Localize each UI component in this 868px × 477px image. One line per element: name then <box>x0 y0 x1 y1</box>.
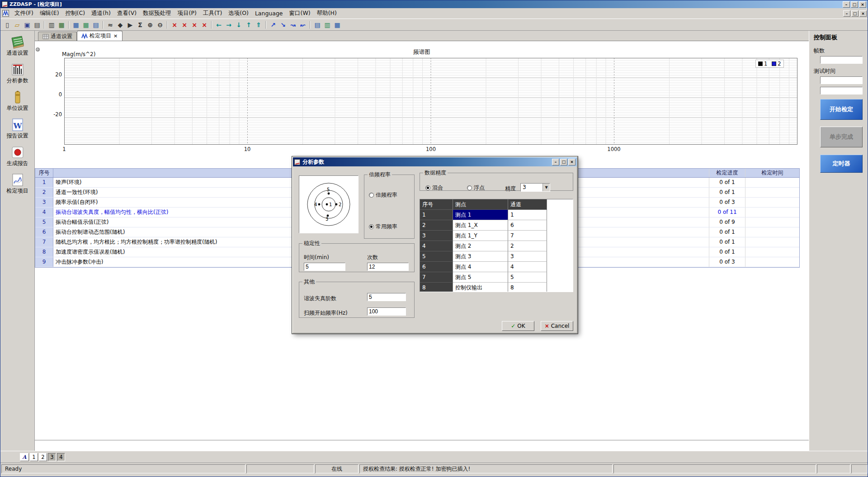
child-close-button[interactable]: × <box>859 10 867 17</box>
tile-vertical-icon[interactable]: ▥ <box>322 20 332 29</box>
nav-up-icon[interactable]: ↑ <box>244 20 254 29</box>
menu-item[interactable]: 编辑(E) <box>37 9 62 18</box>
test-time-input-2[interactable] <box>820 87 863 94</box>
sidebar-item-unit-setup[interactable]: 单位设置 <box>2 90 33 112</box>
nav-top-icon[interactable]: ⇑ <box>254 20 264 29</box>
legend-entry[interactable]: 1 <box>758 61 767 67</box>
page-button[interactable]: 3 <box>48 453 56 461</box>
nav-right-icon[interactable]: → <box>224 20 234 29</box>
time-input[interactable] <box>304 263 345 271</box>
octave-freq-radio[interactable]: 倍频程率 <box>369 191 397 199</box>
child-restore-button[interactable]: □ <box>851 10 859 17</box>
menu-item[interactable]: 工具(T) <box>200 9 225 18</box>
sidebar-item-channel-setup[interactable]: 通道设置 <box>2 35 33 57</box>
page-button[interactable]: 1 <box>30 453 38 461</box>
tab-verification-project[interactable]: 检定项目 × <box>77 31 123 41</box>
menu-item[interactable]: 项目(P) <box>175 9 200 18</box>
legend-swatch-icon <box>772 61 776 66</box>
测点 4[interactable]: 6 测点 4 4 <box>420 262 573 272</box>
测点 1_X[interactable]: 2 测点 1_X 6 <box>420 220 573 231</box>
测点 3[interactable]: 5 测点 3 3 <box>420 251 573 262</box>
clear-random-icon[interactable]: × <box>189 20 199 29</box>
page-button[interactable]: A <box>20 453 29 461</box>
child-minimize-button[interactable]: – <box>843 10 850 17</box>
start-verification-button[interactable]: 开始检定 <box>820 99 863 120</box>
cancel-button[interactable]: × Cancel <box>541 321 573 331</box>
dialog-minimize-button[interactable]: – <box>552 159 559 165</box>
clear-sine-icon[interactable]: × <box>179 20 189 29</box>
menu-item[interactable]: 数据预处理 <box>140 9 175 18</box>
cascade-icon[interactable]: ▦ <box>332 20 342 29</box>
测点 1_Y[interactable]: 3 测点 1_Y 7 <box>420 231 573 241</box>
nav-left-icon[interactable]: ← <box>214 20 224 29</box>
signal-edit-icon[interactable]: ≈ <box>105 20 115 29</box>
dialog-close-button[interactable]: × <box>568 159 576 165</box>
channel-table-icon[interactable]: ▦ <box>71 20 81 29</box>
new-file-icon[interactable]: ▯ <box>2 20 12 29</box>
控制仪输出[interactable]: 8 控制仪输出 8 <box>420 283 573 292</box>
other-group-legend: 其他 <box>302 278 316 286</box>
page-button[interactable]: 4 <box>57 453 65 461</box>
cursor-move-icon[interactable]: ◆ <box>115 20 125 29</box>
chevron-down-icon[interactable]: ▼ <box>542 184 550 191</box>
sidebar-item-verification-project[interactable]: 检定项目 <box>2 173 33 195</box>
tile-horizontal-icon[interactable]: ▤ <box>312 20 322 29</box>
channel-list-icon[interactable]: ▤ <box>91 20 101 29</box>
single-step-button[interactable]: 单步完成 <box>820 127 863 147</box>
print-icon[interactable]: ▤ <box>32 20 42 29</box>
menu-item[interactable]: 通道(h) <box>88 9 114 18</box>
nav-down-icon[interactable]: ↓ <box>234 20 244 29</box>
sidebar-item-generate-report[interactable]: 生成报告 <box>2 146 33 167</box>
clear-signal-icon[interactable]: × <box>170 20 179 29</box>
测点 1[interactable]: 1 测点 1 1 <box>420 210 573 220</box>
legend-entry[interactable]: 2 <box>772 61 781 67</box>
cursor-clear-icon[interactable]: ↜ <box>298 20 308 29</box>
menu-item[interactable]: Language <box>252 9 286 18</box>
tab-channel-setup[interactable]: 通道设置 <box>38 32 77 41</box>
count-input[interactable] <box>367 263 409 271</box>
cursor-trace-icon[interactable]: ↝ <box>288 20 298 29</box>
cursor-peak-icon[interactable]: ↗ <box>268 20 278 29</box>
channel-grid-icon[interactable]: ▦ <box>81 20 91 29</box>
zoom-in-icon[interactable]: ⊕ <box>145 20 155 29</box>
common-freq-radio[interactable]: 常用频率 <box>369 223 397 231</box>
sidebar-item-report-setup[interactable]: W 报告设置 <box>2 118 33 140</box>
count-label: 次数 <box>367 254 378 261</box>
float-radio[interactable]: 浮点 <box>467 184 485 192</box>
frames-input[interactable] <box>820 56 863 64</box>
mixed-radio[interactable]: 混合 <box>425 184 443 192</box>
header-index: 序号 <box>35 169 53 177</box>
timer-button[interactable]: 定时器 <box>820 155 863 173</box>
menu-item[interactable]: 选项(O) <box>225 9 252 18</box>
test-time-input-1[interactable] <box>820 76 863 84</box>
sweep-start-input[interactable] <box>367 307 406 316</box>
minimize-button[interactable]: – <box>843 1 850 8</box>
close-button[interactable]: × <box>859 1 866 8</box>
report-icon[interactable]: ▦ <box>57 20 66 29</box>
play-forward-icon[interactable]: ▶ <box>125 20 135 29</box>
page-button[interactable]: 2 <box>39 453 47 461</box>
menu-item[interactable]: 窗口(W) <box>286 9 314 18</box>
open-file-icon[interactable]: ▱ <box>12 20 22 29</box>
harmonic-order-input[interactable] <box>367 293 406 301</box>
sidebar-item-analysis-params[interactable]: 分析参数 <box>2 63 33 85</box>
测点 5[interactable]: 7 测点 5 5 <box>420 272 573 283</box>
dialog-maximize-button[interactable]: □ <box>560 159 567 165</box>
menu-item[interactable]: 查看(V) <box>114 9 140 18</box>
menu-item[interactable]: 文件(F) <box>11 9 37 18</box>
save-icon[interactable]: ▣ <box>22 20 32 29</box>
maximize-button[interactable]: □ <box>851 1 858 8</box>
precision-dropdown[interactable]: 3 ▼ <box>520 183 550 192</box>
stability-group-legend: 稳定性 <box>302 240 321 247</box>
cursor-valley-icon[interactable]: ↘ <box>278 20 288 29</box>
copy-icon[interactable]: ▥ <box>47 20 57 29</box>
测点 2[interactable]: 4 测点 2 2 <box>420 241 573 251</box>
tab-close-icon[interactable]: × <box>113 33 118 39</box>
ok-button[interactable]: ✓ OK <box>502 321 534 331</box>
zoom-out-icon[interactable]: ⊖ <box>155 20 165 29</box>
clear-shock-icon[interactable]: × <box>199 20 209 29</box>
sum-icon[interactable]: Σ <box>135 20 145 29</box>
menu-item[interactable]: 帮助(H) <box>314 9 340 18</box>
menu-item[interactable]: 控制(C) <box>62 9 88 18</box>
spectrum-plot[interactable] <box>64 58 797 145</box>
